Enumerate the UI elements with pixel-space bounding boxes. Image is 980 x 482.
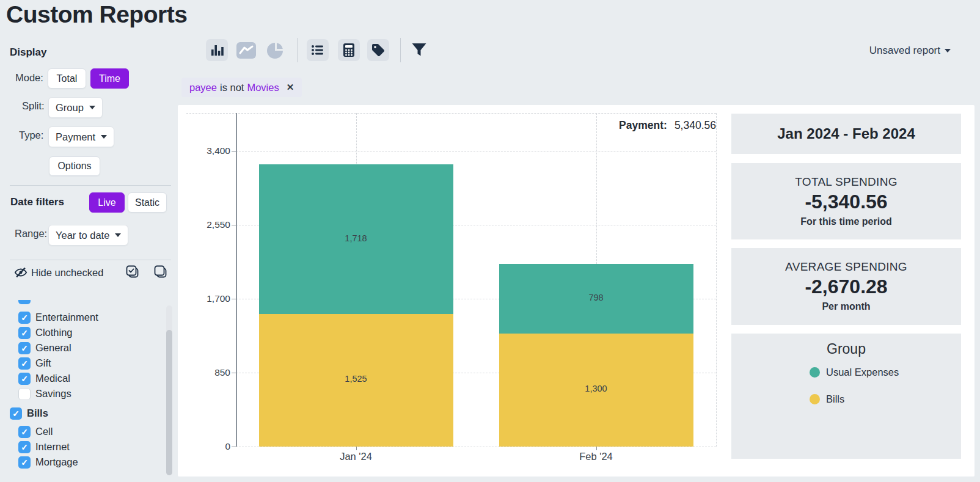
saved-report-menu[interactable]: Unsaved report <box>869 45 951 57</box>
mode-time-button[interactable]: Time <box>90 68 129 89</box>
category-checkbox-mortgage[interactable]: ✓ <box>18 456 31 469</box>
display-heading: Display <box>10 46 46 59</box>
legend-list: Usual ExpensesBills <box>731 365 961 406</box>
bar-chart-icon <box>210 43 224 57</box>
type-value: Payment <box>56 131 95 143</box>
category-checkbox-medical[interactable]: ✓ <box>18 373 31 385</box>
category-label-cell: Cell <box>35 426 53 437</box>
select-all-icon[interactable] <box>126 265 139 279</box>
pie-chart-button[interactable] <box>266 41 285 59</box>
bar-value-jan-24-bills: 1,525 <box>320 374 393 384</box>
hide-unchecked-label[interactable]: Hide unchecked <box>31 267 103 279</box>
split-select[interactable]: Group <box>48 97 103 118</box>
list-icon <box>310 43 325 57</box>
category-checkbox-cell[interactable]: ✓ <box>18 426 31 438</box>
split-label: Split: <box>22 100 45 112</box>
area-chart-button[interactable] <box>236 42 257 59</box>
type-label: Type: <box>19 130 43 141</box>
category-checkbox-entertainment[interactable]: ✓ <box>18 312 31 324</box>
gridline-y-3400 <box>236 151 716 152</box>
category-checkbox-clothing[interactable]: ✓ <box>18 327 31 339</box>
y-axis-label-1700: 1,700 <box>178 292 230 305</box>
range-select[interactable]: Year to date <box>48 225 128 246</box>
category-label-gift: Gift <box>35 357 51 369</box>
calculator-icon <box>342 43 356 57</box>
legend-dot-usual-expenses <box>810 367 820 378</box>
y-tickmark <box>232 225 236 225</box>
y-tickmark <box>232 299 236 299</box>
calculator-button[interactable] <box>338 39 360 61</box>
menu-icon[interactable] <box>178 43 194 58</box>
scrollbar-thumb[interactable] <box>166 330 172 475</box>
average-spending-card: AVERAGE SPENDING -2,670.28 Per month <box>731 248 961 325</box>
y-axis-label-2550: 2,550 <box>178 218 230 232</box>
chevron-down-icon <box>101 135 107 139</box>
divider <box>10 260 171 260</box>
bar-chart-button[interactable] <box>206 39 228 61</box>
category-checkbox-savings[interactable] <box>18 388 31 400</box>
page-title: Custom Reports <box>6 1 187 28</box>
y-tickmark <box>232 373 236 373</box>
category-row-bills: ✓Bills <box>0 406 165 421</box>
legend-title: Group <box>731 334 961 357</box>
category-label-savings: Savings <box>35 388 71 400</box>
category-label-medical: Medical <box>35 373 70 384</box>
bar-value-feb-24-usual-expenses: 798 <box>560 293 633 302</box>
category-row-internet: ✓Internet <box>0 439 165 455</box>
category-row-entertainment: ✓Entertainment <box>0 310 165 325</box>
deselect-all-icon[interactable] <box>154 265 167 279</box>
options-button[interactable]: Options <box>49 156 100 176</box>
list-button[interactable] <box>307 39 329 61</box>
filter-chip[interactable]: payee is not Movies ✕ <box>181 78 302 97</box>
tag-button[interactable] <box>367 39 389 61</box>
mode-label: Mode: <box>15 72 43 84</box>
x-tickmark-feb-24 <box>596 447 597 450</box>
legend-label-usual-expenses: Usual Expenses <box>826 367 899 378</box>
toolbar-divider <box>400 38 401 62</box>
chip-field: payee <box>189 82 217 93</box>
category-checkbox-gift[interactable]: ✓ <box>18 357 31 370</box>
category-label-internet: Internet <box>35 441 70 453</box>
chip-operator: is not <box>220 82 244 93</box>
category-checkbox-internet[interactable]: ✓ <box>18 441 31 453</box>
gridline-y-0 <box>236 447 716 447</box>
category-row-cell: ✓Cell <box>0 424 165 439</box>
legend-label-bills: Bills <box>826 393 844 405</box>
split-value: Group <box>56 102 84 114</box>
mode-total-button[interactable]: Total <box>48 68 86 89</box>
category-filter-list: ✓Entertainment✓Clothing✓General✓Gift✓Med… <box>0 310 165 470</box>
y-axis-label-3400: 3,400 <box>178 144 230 158</box>
date-filters-heading: Date filters <box>10 196 64 208</box>
category-row-mortgage: ✓Mortgage <box>0 455 165 470</box>
average-spending-subtitle: Per month <box>731 301 961 312</box>
remove-filter-icon[interactable]: ✕ <box>287 82 294 93</box>
legend-item-usual-expenses: Usual Expenses <box>810 365 961 379</box>
date-static-button[interactable]: Static <box>128 192 167 213</box>
pie-chart-icon <box>266 41 285 59</box>
filter-button[interactable] <box>411 42 428 59</box>
range-label: Range: <box>15 228 47 239</box>
report-panel: Payment:5,340.56 08501,7002,5503,4001,52… <box>178 105 975 477</box>
divider <box>10 185 171 186</box>
y-axis-label-850: 850 <box>178 366 230 379</box>
total-spending-title: TOTAL SPENDING <box>731 163 961 189</box>
category-label-general: General <box>35 342 71 354</box>
type-select[interactable]: Payment <box>48 126 114 147</box>
category-row-general: ✓General <box>0 340 165 356</box>
category-label-bills: Bills <box>27 407 48 419</box>
category-label-entertainment: Entertainment <box>35 312 98 323</box>
partial-checkbox-item <box>18 300 31 304</box>
y-axis-line <box>236 113 237 447</box>
total-spending-card: TOTAL SPENDING -5,340.56 For this time p… <box>731 163 961 239</box>
category-checkbox-general[interactable]: ✓ <box>18 342 31 354</box>
category-checkbox-bills[interactable]: ✓ <box>10 407 22 420</box>
y-tickmark <box>232 447 236 447</box>
eye-off-icon[interactable] <box>14 266 27 279</box>
y-tickmark <box>232 151 236 152</box>
date-live-button[interactable]: Live <box>89 192 125 213</box>
category-label-clothing: Clothing <box>35 327 73 338</box>
toolbar-divider <box>297 38 298 62</box>
gridline-x-2 <box>716 113 717 447</box>
chevron-down-icon <box>89 106 95 109</box>
x-axis-label-feb-24: Feb '24 <box>554 451 639 462</box>
